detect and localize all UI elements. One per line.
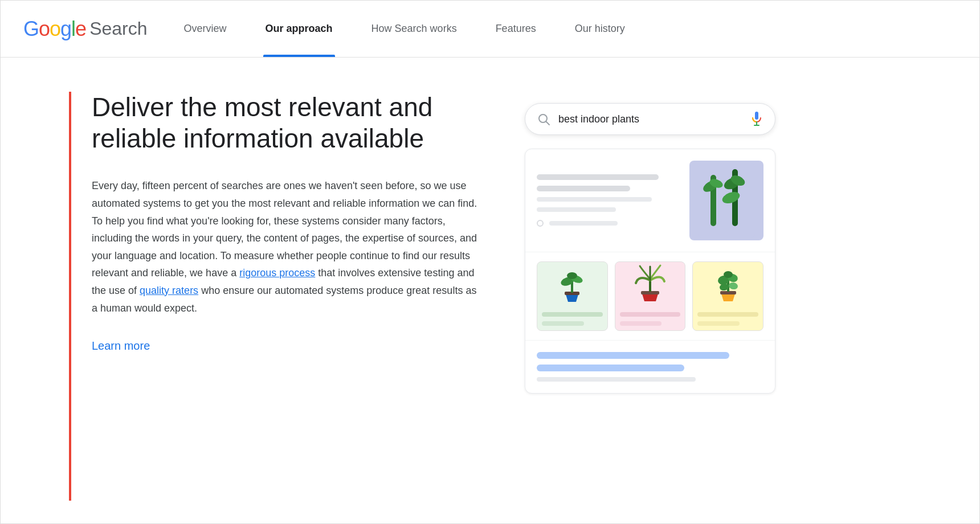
learn-more-link[interactable]: Learn more [92,339,150,353]
plant-card-3 [692,261,763,331]
line-1 [537,174,659,180]
body-paragraph: Every day, fifteen percent of searches a… [92,177,479,317]
search-bar-illustration: best indoor plants [525,103,775,135]
plant-card-2-img [615,262,685,308]
nav: Overview Our approach How Search works F… [182,1,627,57]
body-text-1: Every day, fifteen percent of searches a… [92,180,477,279]
results-illustration [525,149,775,394]
svg-point-26 [728,282,738,290]
blue-line-2 [537,365,684,371]
plant-card-1 [537,261,608,331]
header: Google Search Overview Our approach How … [1,1,979,58]
gray-line-1 [537,377,696,382]
result-text-lines [537,161,680,240]
logo-area: Google Search [23,17,148,41]
page-wrapper: Google Search Overview Our approach How … [0,0,980,524]
line-dot-row [537,220,680,227]
google-logo: Google [23,17,86,41]
svg-point-17 [567,272,577,279]
radio-dot [537,220,544,227]
main-heading: Deliver the most relevant and reliable i… [92,92,479,154]
blue-line-1 [537,352,729,359]
svg-line-1 [546,122,550,125]
plant-card-3-img [693,262,763,308]
mic-icon [750,110,763,128]
quality-raters-link[interactable]: quality raters [140,285,198,296]
plant-card-2 [615,261,686,331]
line-5 [549,221,618,226]
svg-rect-2 [755,112,758,120]
result-bottom-row [525,341,775,393]
search-query-text: best indoor plants [558,113,750,125]
nav-item-our-history[interactable]: Our history [573,1,627,57]
line-4 [537,207,616,212]
content-right: best indoor plants [525,92,775,501]
red-accent-bar [69,92,71,501]
search-icon [537,112,550,126]
nav-item-features[interactable]: Features [493,1,538,57]
line-2 [537,186,630,191]
plant-cards-row [525,252,775,341]
big-plant-image [689,161,763,240]
result-top-row [525,149,775,252]
content-left: Deliver the most relevant and reliable i… [92,92,479,501]
nav-item-how-search-works[interactable]: How Search works [369,1,459,57]
plant-card-1-img [537,262,607,308]
logo-search-text: Search [89,18,147,39]
svg-point-24 [724,271,733,278]
line-3 [537,197,652,202]
main-content: Deliver the most relevant and reliable i… [1,58,979,523]
rigorous-process-link[interactable]: rigorous process [239,267,315,279]
nav-item-overview[interactable]: Overview [182,1,229,57]
nav-item-our-approach[interactable]: Our approach [263,1,335,57]
big-plant-svg [698,163,755,238]
